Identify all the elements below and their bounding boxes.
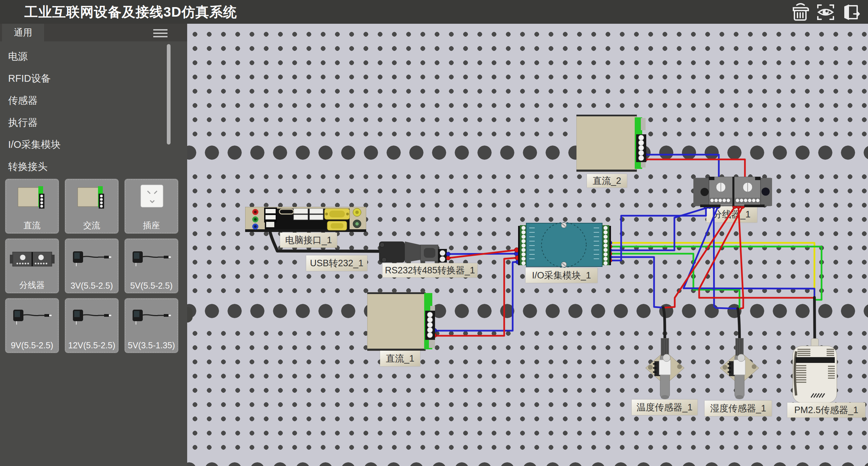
sidebar-item-actuators[interactable]: 执行器 <box>8 112 164 133</box>
device-label: RS232转485转换器_1 <box>382 263 477 277</box>
device-label: 湿度传感器_1 <box>705 401 772 416</box>
device-dc-power-2[interactable] <box>576 115 647 172</box>
tile-ac[interactable]: 交流 <box>65 179 119 234</box>
app-window: 分线器_1 <box>0 0 868 466</box>
device-wire-splitter[interactable] <box>693 177 772 207</box>
device-temperature-sensor[interactable] <box>643 337 687 402</box>
tile-adapter-5v-small[interactable]: 5V(3.5-1.35) <box>124 298 178 353</box>
device-label: 电脑接口_1 <box>280 233 337 248</box>
device-humidity-sensor[interactable] <box>717 337 762 402</box>
device-label: 直流_2 <box>587 174 627 188</box>
device-label: 分线器_1 <box>706 206 757 222</box>
pegboard-dot-band <box>187 138 868 167</box>
app-title: 工业互联网设备及接线3D仿真系统 <box>24 0 237 24</box>
device-pm25-sensor[interactable] <box>791 338 839 404</box>
hamburger-menu-icon[interactable] <box>153 29 167 37</box>
sidebar-item-power[interactable]: 电源 <box>8 45 164 67</box>
sidebar-scrollbar[interactable] <box>167 44 171 144</box>
exit-icon[interactable] <box>842 2 861 22</box>
sidebar-panel: 通用 电源 RFID设备 传感器 执行器 I/O采集模块 转换接头 直流 交流 … <box>0 24 187 466</box>
tile-adapter-5v[interactable]: 5V(5.5-2.5) <box>124 238 178 293</box>
device-pc-interface[interactable] <box>245 207 366 232</box>
title-bar: 工业互联网设备及接线3D仿真系统 <box>0 0 868 24</box>
device-label: I/O采集模块_1 <box>526 268 597 283</box>
device-label: PM2.5传感器_1 <box>787 403 865 418</box>
tile-adapter-3v[interactable]: 3V(5.5-2.5) <box>65 238 119 293</box>
device-label: 直流_1 <box>380 351 420 366</box>
tile-socket[interactable]: 插座 <box>124 179 178 234</box>
sidebar-item-sensors[interactable]: 传感器 <box>8 90 164 111</box>
tile-adapter-9v[interactable]: 9V(5.5-2.5) <box>5 298 59 353</box>
pegboard-dot-band <box>187 455 868 466</box>
sidebar-item-io-modules[interactable]: I/O采集模块 <box>8 134 164 155</box>
device-label: USB转232_1 <box>306 255 367 271</box>
tile-dc[interactable]: 直流 <box>5 179 59 234</box>
view-focus-icon[interactable] <box>816 2 835 22</box>
sidebar-item-adapters[interactable]: 转换接头 <box>8 156 164 177</box>
sidebar-tabstrip: 通用 <box>0 24 187 41</box>
tile-adapter-12v[interactable]: 12V(5.5-2.5) <box>65 298 119 353</box>
device-io-collection-module[interactable] <box>517 220 612 269</box>
trash-icon[interactable] <box>791 2 810 22</box>
device-dc-power-1[interactable] <box>367 292 438 351</box>
pegboard-dot-band <box>187 297 868 325</box>
tile-splitter[interactable]: 分线器 <box>5 238 59 293</box>
tab-general[interactable]: 通用 <box>2 24 44 41</box>
device-label: 温度传感器_1 <box>632 400 697 415</box>
sidebar-item-rfid[interactable]: RFID设备 <box>8 67 164 89</box>
